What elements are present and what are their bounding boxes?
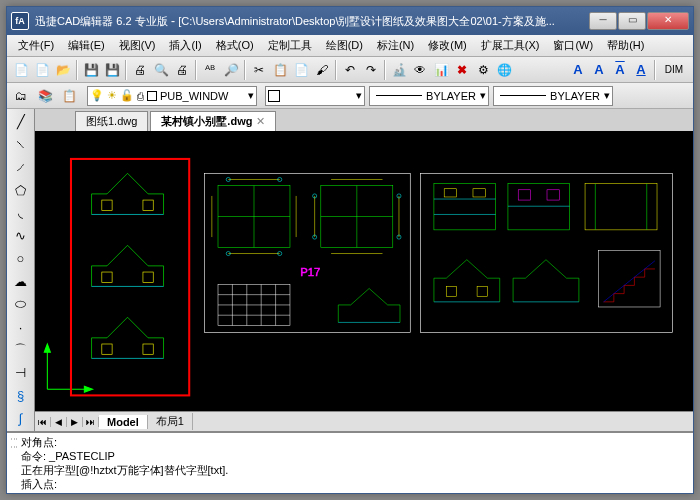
- linetype-combo[interactable]: BYLAYER ▾: [369, 86, 489, 106]
- svg-rect-62: [477, 286, 487, 296]
- menu-tools[interactable]: 定制工具: [261, 36, 319, 55]
- menu-dimension[interactable]: 标注(N): [370, 36, 421, 55]
- menu-file[interactable]: 文件(F): [11, 36, 61, 55]
- printable-icon: ⎙: [137, 90, 144, 102]
- find-icon[interactable]: 🔎: [221, 60, 241, 80]
- ellipse-tool-icon[interactable]: ⬭: [10, 294, 32, 315]
- lineweight-combo[interactable]: BYLAYER ▾: [493, 86, 613, 106]
- tab-next-icon[interactable]: ▶: [67, 417, 83, 427]
- spline-tool-icon[interactable]: ∿: [10, 225, 32, 246]
- textstyle-a3-icon[interactable]: A: [610, 60, 630, 80]
- svg-rect-12: [102, 344, 112, 354]
- maximize-button[interactable]: ▭: [618, 12, 646, 30]
- svg-rect-14: [205, 173, 411, 332]
- dim-button[interactable]: DIM: [659, 60, 689, 80]
- new-icon[interactable]: 📄: [11, 60, 31, 80]
- saveall-icon[interactable]: 💾: [102, 60, 122, 80]
- copy-icon[interactable]: 📋: [270, 60, 290, 80]
- save-icon[interactable]: 💾: [81, 60, 101, 80]
- circle-tool-icon[interactable]: ○: [10, 248, 32, 269]
- layer-combo[interactable]: 💡 ☀ 🔓 ⎙ PUB_WINDW ▾: [87, 86, 257, 106]
- color-combo[interactable]: ▾: [265, 86, 365, 106]
- arc-tool-icon[interactable]: ◟: [10, 202, 32, 223]
- layerprev-icon[interactable]: 📚: [35, 86, 55, 106]
- textstyle-a2-icon[interactable]: A: [589, 60, 609, 80]
- menu-view[interactable]: 视图(V): [112, 36, 163, 55]
- cmd-grip-icon[interactable]: ⋮⋮: [11, 435, 21, 491]
- window-title: 迅捷CAD编辑器 6.2 专业版 - [C:\Users\Administrat…: [35, 14, 589, 29]
- svg-rect-55: [518, 190, 530, 200]
- minimize-button[interactable]: ─: [589, 12, 617, 30]
- cad-drawing: P17: [35, 131, 693, 411]
- svg-rect-47: [421, 173, 673, 332]
- svg-text:P17: P17: [300, 266, 320, 278]
- redo-icon[interactable]: ↷: [361, 60, 381, 80]
- svg-rect-10: [143, 272, 153, 282]
- layout1-tab[interactable]: 布局1: [148, 413, 193, 430]
- audit-icon[interactable]: ⚙: [473, 60, 493, 80]
- point-tool-icon[interactable]: ·: [10, 317, 32, 338]
- doc-tab-2[interactable]: 某村镇小别墅.dwg✕: [150, 111, 276, 131]
- app-logo-icon: fA: [11, 12, 29, 30]
- svg-rect-61: [446, 286, 456, 296]
- properties-toolbar: 🗂 📚 📋 💡 ☀ 🔓 ⎙ PUB_WINDW ▾ ▾ BYLAYER ▾ BY…: [7, 83, 693, 109]
- textstyle-a4-icon[interactable]: A: [631, 60, 651, 80]
- document-tabs: 图纸1.dwg 某村镇小别墅.dwg✕: [35, 109, 693, 131]
- polygon-tool-icon[interactable]: ⬠: [10, 180, 32, 201]
- menu-help[interactable]: 帮助(H): [600, 36, 651, 55]
- menu-modify[interactable]: 修改(M): [421, 36, 474, 55]
- break-tool-icon[interactable]: ⊣: [10, 362, 32, 383]
- svg-line-65: [604, 261, 655, 302]
- cut-icon[interactable]: ✂: [249, 60, 269, 80]
- window-controls: ─ ▭ ✕: [589, 12, 689, 30]
- pan-icon[interactable]: 🔬: [389, 60, 409, 80]
- doc-tab-1[interactable]: 图纸1.dwg: [75, 111, 148, 131]
- layer-icon[interactable]: 📊: [431, 60, 451, 80]
- tab-first-icon[interactable]: ⏮: [35, 417, 51, 427]
- revcloud-tool-icon[interactable]: ☁: [10, 271, 32, 292]
- arc2-tool-icon[interactable]: ⌒: [10, 340, 32, 361]
- menu-bar: 文件(F) 编辑(E) 视图(V) 插入(I) 格式(O) 定制工具 绘图(D)…: [7, 35, 693, 57]
- menu-format[interactable]: 格式(O): [209, 36, 261, 55]
- tab-last-icon[interactable]: ⏭: [83, 417, 99, 427]
- plot-icon[interactable]: 🖨: [172, 60, 192, 80]
- textstyle-a1-icon[interactable]: A: [568, 60, 588, 80]
- close-button[interactable]: ✕: [647, 12, 689, 30]
- xline-tool-icon[interactable]: ⟍: [10, 134, 32, 155]
- command-window[interactable]: ⋮⋮ 对角点: 命令: _PASTECLIP 正在用字型[@!hztxt万能字体…: [7, 431, 693, 493]
- model-tab[interactable]: Model: [99, 415, 148, 429]
- svg-rect-6: [102, 200, 112, 210]
- title-bar: fA 迅捷CAD编辑器 6.2 专业版 - [C:\Users\Administ…: [7, 7, 693, 35]
- new2-icon[interactable]: 📄: [32, 60, 52, 80]
- tab-close-icon[interactable]: ✕: [256, 115, 265, 128]
- delete-icon[interactable]: ✖: [452, 60, 472, 80]
- tab-prev-icon[interactable]: ◀: [51, 417, 67, 427]
- layerstate-icon[interactable]: 📋: [59, 86, 79, 106]
- svg-rect-57: [585, 184, 657, 230]
- line-tool-icon[interactable]: ╱: [10, 111, 32, 132]
- print-icon[interactable]: 🖨: [130, 60, 150, 80]
- paste-icon[interactable]: 📄: [291, 60, 311, 80]
- layerprop-icon[interactable]: 🗂: [11, 86, 31, 106]
- menu-draw[interactable]: 绘图(D): [319, 36, 370, 55]
- menu-insert[interactable]: 插入(I): [162, 36, 208, 55]
- boundary-tool-icon[interactable]: §: [10, 385, 32, 406]
- cmd-line-4: 插入点:: [21, 477, 689, 491]
- spell-icon[interactable]: ᴬᴮ: [200, 60, 220, 80]
- pline-tool-icon[interactable]: ⟋: [10, 157, 32, 178]
- region-tool-icon[interactable]: ∫: [10, 408, 32, 429]
- sun-icon: ☀: [107, 89, 117, 102]
- preview-icon[interactable]: 🔍: [151, 60, 171, 80]
- purge-icon[interactable]: 🌐: [494, 60, 514, 80]
- svg-rect-7: [143, 200, 153, 210]
- open-icon[interactable]: 📂: [53, 60, 73, 80]
- menu-extend[interactable]: 扩展工具(X): [474, 36, 547, 55]
- zoom-icon[interactable]: 👁: [410, 60, 430, 80]
- matchprop-icon[interactable]: 🖌: [312, 60, 332, 80]
- menu-edit[interactable]: 编辑(E): [61, 36, 112, 55]
- color-swatch-icon: [268, 90, 280, 102]
- svg-marker-3: [84, 386, 92, 392]
- menu-window[interactable]: 窗口(W): [546, 36, 600, 55]
- undo-icon[interactable]: ↶: [340, 60, 360, 80]
- drawing-canvas[interactable]: P17: [35, 131, 693, 411]
